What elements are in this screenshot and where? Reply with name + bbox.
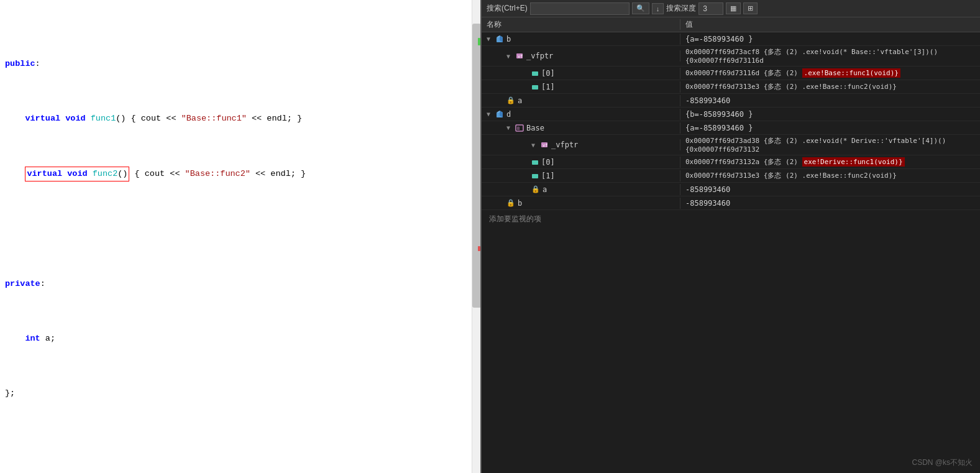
watch-name-base-d: ▼ B Base	[482, 122, 680, 134]
watch-value-0-b: 0x00007ff69d73116d {多态 (2) .exe!Base::fu…	[680, 67, 980, 79]
watch-name-0-b: [0]	[482, 68, 680, 79]
svg-text:B: B	[517, 126, 520, 131]
code-line-func2: virtual void func2() { cout << "Base::fu…	[0, 167, 480, 181]
watch-row-0-d[interactable]: [0] 0x00007ff69d73132a {多态 (2) exe!Deriv…	[482, 155, 980, 169]
watch-row-1-b[interactable]: [1] 0x00007ff69d7313e3 {多态 (2) .exe!Base…	[482, 80, 980, 94]
code-content: public: virtual void func1() { cout << "…	[0, 0, 480, 473]
columns-button[interactable]: ⊞	[743, 2, 758, 14]
code-line: public:	[0, 57, 480, 71]
highlighted-func1: .exe!Base::func1(void)}	[802, 68, 900, 78]
watch-value-d: {b=-858993460 }	[680, 109, 980, 120]
code-line: int a;	[0, 332, 480, 346]
code-line	[0, 441, 480, 455]
search-input[interactable]	[530, 2, 630, 15]
watch-row-base-d[interactable]: ▼ B Base {a=-858993460 }	[482, 121, 980, 135]
watch-name-b: ▼ b	[482, 34, 680, 45]
watch-row-1-d[interactable]: [1] 0x00007ff69d7313e3 {多态 (2) .exe!Base…	[482, 169, 980, 183]
watch-row-b[interactable]: ▼ b {a=-858993460 }	[482, 32, 980, 46]
watch-value-1-b: 0x00007ff69d7313e3 {多态 (2) .exe!Base::fu…	[680, 81, 980, 93]
watch-value-0-d: 0x00007ff69d73132a {多态 (2) exe!Derive::f…	[680, 156, 980, 168]
watch-name-a-d: 🔒 a	[482, 184, 680, 195]
scroll-marker-red	[478, 246, 480, 251]
debug-rows: ▼ b {a=-858993460 } ▼ vf _vfptr 0x00007f…	[482, 32, 980, 228]
cube-icon-b	[495, 35, 504, 44]
lock-icon-b-d: 🔒	[506, 199, 515, 207]
watch-name-0-d: [0]	[482, 157, 680, 168]
watch-row-vfptr-b[interactable]: ▼ vf _vfptr 0x00007ff69d73acf8 {多态 (2) .…	[482, 46, 980, 67]
cube-icon-d	[495, 110, 504, 119]
svg-rect-5	[532, 71, 538, 76]
code-line: private:	[0, 277, 480, 291]
watch-name-vfptr-d: ▼ vf _vfptr	[482, 139, 680, 150]
svg-rect-14	[532, 160, 538, 165]
add-watch[interactable]: 添加要监视的项	[482, 210, 980, 228]
watch-name-a-b: 🔒 a	[482, 95, 680, 106]
highlighted-derive-func1: exe!Derive::func1(void)}	[802, 157, 905, 167]
search-depth-label: 搜索深度	[666, 3, 696, 14]
watch-name-vfptr-b: ▼ vf _vfptr	[482, 50, 680, 62]
code-editor: public: virtual void func1() { cout << "…	[0, 0, 482, 473]
view-button[interactable]: ▦	[726, 2, 741, 14]
code-line	[0, 223, 480, 236]
debug-toolbar: 搜索(Ctrl+E) 🔍 ↓ 搜索深度 ▦ ⊞	[482, 0, 980, 17]
watch-value-a-b: -858993460	[680, 95, 980, 106]
scrollbar[interactable]	[472, 0, 480, 473]
watch-value-vfptr-d: 0x00007ff69d73ad38 {多态 (2) .exe!void(* D…	[680, 135, 980, 155]
search-down-button[interactable]: ↓	[652, 3, 664, 14]
expand-arrow: ▼	[487, 35, 493, 42]
watch-row-d[interactable]: ▼ d {b=-858993460 }	[482, 108, 980, 121]
watch-name-1-d: [1]	[482, 170, 680, 181]
lock-icon-a-b: 🔒	[506, 96, 515, 104]
watch-value-1-d: 0x00007ff69d7313e3 {多态 (2) .exe!Base::fu…	[680, 170, 980, 181]
watch-value-b-d: -858993460	[680, 198, 980, 209]
watermark: CSDN @ks不知火	[912, 457, 973, 468]
col-header-name: 名称	[482, 19, 680, 30]
watch-row-0-b[interactable]: [0] 0x00007ff69d73116d {多态 (2) .exe!Base…	[482, 67, 980, 80]
watch-value-b: {a=-858993460 }	[680, 34, 980, 45]
svg-rect-15	[532, 174, 538, 178]
debug-empty-area: CSDN @ks不知火	[482, 228, 980, 473]
watch-row-b-d[interactable]: 🔒 b -858993460	[482, 196, 980, 210]
ptr-icon-1-d	[531, 172, 539, 180]
add-watch-label: 添加要监视的项	[489, 214, 541, 223]
debug-table-header: 名称 值	[482, 17, 980, 32]
scroll-marker-green	[478, 38, 480, 45]
svg-text:vf: vf	[543, 143, 547, 148]
keyword-public: public	[5, 57, 35, 71]
watch-row-a-d[interactable]: 🔒 a -858993460	[482, 183, 980, 196]
debug-panel: 搜索(Ctrl+E) 🔍 ↓ 搜索深度 ▦ ⊞ 名称 值 ▼ b {a=-858…	[482, 0, 980, 473]
ptr-icon-0	[531, 70, 539, 77]
watch-row-a-b[interactable]: 🔒 a -858993460	[482, 94, 980, 108]
svg-rect-6	[532, 85, 538, 90]
watch-value-base-d: {a=-858993460 }	[680, 122, 980, 134]
base-icon: B	[515, 124, 524, 132]
code-line: };	[0, 387, 480, 400]
watch-name-1-b: [1]	[482, 81, 680, 93]
watch-value-vfptr-b: 0x00007ff69d73acf8 {多态 (2) .exe!void(* B…	[680, 46, 980, 66]
func2-outline: virtual void func2()	[25, 167, 129, 181]
search-button[interactable]: 🔍	[632, 2, 649, 14]
watch-name-d: ▼ d	[482, 109, 680, 120]
scrollbar-thumb[interactable]	[472, 24, 481, 308]
watch-name-b-d: 🔒 b	[482, 198, 680, 209]
vfptr-icon-d: vf	[540, 140, 549, 149]
ptr-icon-1	[531, 83, 539, 91]
watch-row-vfptr-d[interactable]: ▼ vf _vfptr 0x00007ff69d73ad38 {多态 (2) .…	[482, 135, 980, 155]
search-label: 搜索(Ctrl+E)	[487, 3, 528, 14]
watch-value-a-d: -858993460	[680, 184, 980, 195]
lock-icon-a-d: 🔒	[531, 185, 540, 193]
ptr-icon-0-d	[531, 158, 539, 166]
col-header-value: 值	[680, 19, 980, 30]
code-line: virtual void func1() { cout << "Base::fu…	[0, 112, 480, 126]
vfptr-icon: vf	[515, 52, 524, 60]
svg-text:vf: vf	[518, 54, 523, 59]
search-depth-input[interactable]	[698, 2, 723, 15]
